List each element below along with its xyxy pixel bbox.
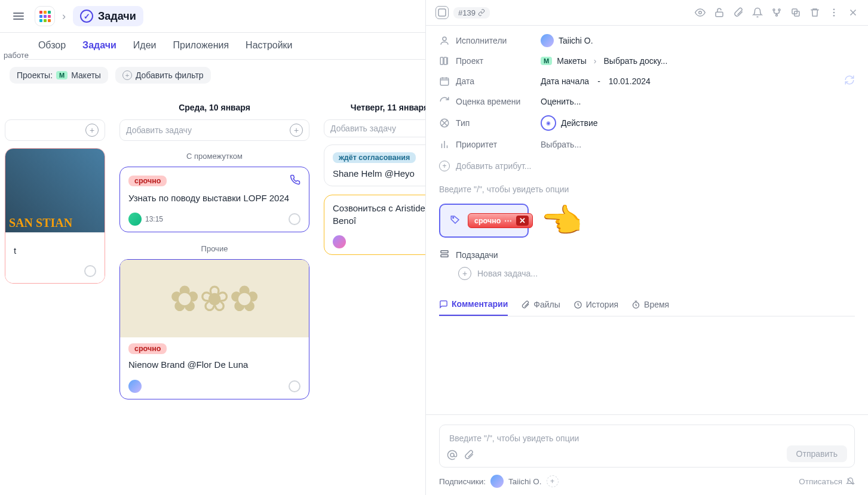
tab-history[interactable]: История (573, 299, 618, 316)
branch-icon[interactable] (771, 7, 782, 18)
tab-ideas[interactable]: Идеи (133, 40, 157, 59)
status-ring-icon[interactable] (289, 380, 300, 392)
comment-placeholder: Введите "/", чтобы увидеть опции (449, 433, 579, 443)
task-card-lopf[interactable]: срочно Узнать по поводу выставки LOPF 20… (119, 167, 309, 232)
avatar (128, 213, 142, 226)
add-subscriber-icon[interactable]: + (547, 475, 559, 487)
tag-more-icon[interactable]: ⋯ (504, 216, 513, 225)
tag-waiting: ждёт согласования (333, 152, 416, 163)
svg-rect-12 (440, 57, 443, 64)
task-id-chip[interactable]: #139 (453, 7, 490, 19)
main-tabs: Обзор Задачи Идеи Приложения Настройки (24, 33, 425, 60)
field-type[interactable]: Тип ◉ Действие (439, 115, 855, 131)
task-card-partial-image[interactable]: t (5, 148, 105, 284)
app-logo[interactable] (35, 6, 55, 26)
panel-footer: Введите "/", чтобы увидеть опции Отправи… (426, 414, 868, 495)
copy-icon[interactable] (790, 7, 801, 18)
tab-comments[interactable]: Комментарии (439, 299, 508, 316)
comment-input[interactable]: Введите "/", чтобы увидеть опции Отправи… (439, 425, 855, 468)
assignee-name: Taiichi O. (559, 36, 593, 45)
add-task-input[interactable]: Добавить задачу (324, 119, 425, 137)
column-header (5, 96, 105, 119)
calendar-icon (439, 76, 450, 87)
svg-rect-0 (438, 9, 446, 16)
field-priority[interactable]: Приоритет Выбрать... (439, 139, 855, 150)
project-icon (439, 56, 450, 66)
call-icon (290, 174, 300, 187)
svg-point-9 (833, 12, 835, 14)
subtasks-icon (439, 248, 450, 261)
new-subtask-input[interactable]: + Новая задача... (439, 267, 855, 280)
checkbox-icon[interactable] (435, 6, 449, 19)
send-button[interactable]: Отправить (787, 445, 847, 462)
tag-editor-block[interactable]: срочно ⋯ ✕ (439, 204, 529, 238)
module-chip[interactable]: ✓ Задачи (73, 6, 143, 26)
avatar (128, 380, 142, 393)
attachment-icon[interactable] (733, 7, 744, 18)
add-task-placeholder: Добавить задачу (126, 125, 192, 135)
field-project[interactable]: Проект М Макеты › Выбрать доску... (439, 56, 855, 66)
svg-rect-2 (716, 12, 723, 17)
tab-settings[interactable]: Настройки (246, 40, 292, 59)
tab-overview[interactable]: Обзор (38, 40, 66, 59)
filter-projects[interactable]: Проекты: М Макеты (10, 67, 108, 84)
add-attribute-label: Добавить атрибут... (456, 161, 532, 171)
svg-rect-18 (441, 255, 448, 257)
column-wednesday: Среда, 10 января Добавить задачу + С про… (119, 96, 309, 481)
task-fields: Исполнители Taiichi O. Проект М Макеты ›… (426, 26, 868, 175)
sync-icon[interactable] (844, 75, 855, 88)
svg-rect-17 (441, 251, 448, 253)
lock-open-icon[interactable] (714, 7, 725, 18)
svg-point-1 (699, 11, 702, 14)
plus-circle-icon: + (85, 124, 99, 137)
tab-label: Комментарии (452, 299, 508, 309)
task-card-aristide[interactable]: Созвониться с Aristide Benoî (324, 195, 425, 255)
more-icon[interactable] (829, 7, 839, 18)
subscribers-label: Подписчики: (439, 477, 486, 486)
attachment-icon[interactable] (464, 450, 474, 462)
avatar (490, 475, 504, 488)
close-icon[interactable] (848, 7, 858, 18)
tab-time[interactable]: Время (631, 299, 669, 316)
board: + t Среда, 10 января Добавить задачу + С… (0, 91, 425, 495)
refresh-icon (439, 96, 450, 107)
avatar (333, 235, 346, 248)
menu-icon[interactable] (10, 9, 27, 23)
add-task-input[interactable]: Добавить задачу + (119, 119, 309, 141)
trash-icon[interactable] (809, 7, 820, 18)
tag-text: срочно (474, 217, 501, 225)
status-ring-icon[interactable] (289, 213, 300, 225)
editor-placeholder[interactable]: Введите "/", чтобы увидеть опции (439, 180, 855, 204)
unsubscribe-button[interactable]: Отписаться (799, 477, 855, 486)
bell-icon[interactable] (752, 7, 763, 18)
section-label: С промежутком (119, 148, 309, 167)
tab-tasks[interactable]: Задачи (82, 40, 116, 59)
tab-apps[interactable]: Приложения (173, 40, 229, 59)
card-title: Nienow Brand @Flor De Luna (128, 359, 300, 371)
tag-pill-urgent[interactable]: срочно ⋯ ✕ (468, 213, 533, 228)
task-card-nienow[interactable]: ✿❀✿ срочно Nienow Brand @Flor De Luna (119, 259, 309, 399)
unsubscribe-label: Отписаться (799, 477, 842, 486)
board-select[interactable]: Выбрать доску... (604, 56, 668, 66)
add-attribute-button[interactable]: + Добавить атрибут... (439, 158, 855, 171)
label: Оценка времени (456, 97, 520, 106)
card-title: Shane Helm @Heyo (333, 168, 425, 180)
column-thursday: Четверг, 11 января Добавить задачу ждёт … (324, 96, 425, 481)
subscribers-row: Подписчики: Taiichi O. + Отписаться (426, 468, 868, 495)
user-icon (439, 35, 450, 46)
status-ring-icon[interactable] (84, 265, 96, 277)
svg-point-5 (776, 14, 778, 16)
mention-icon[interactable] (447, 450, 458, 462)
tab-files[interactable]: Файлы (521, 299, 560, 316)
top-header: › ✓ Задачи (0, 0, 425, 33)
card-time: 13:15 (145, 215, 163, 223)
field-estimate[interactable]: Оценка времени Оценить... (439, 96, 855, 107)
add-task-partial[interactable]: + (5, 119, 105, 141)
field-date[interactable]: Дата Дата начала - 10.01.2024 (439, 75, 855, 88)
field-assignees[interactable]: Исполнители Taiichi O. (439, 34, 855, 47)
add-filter-button[interactable]: + Добавить фильтр (115, 67, 211, 84)
tag-remove-icon[interactable]: ✕ (516, 216, 529, 226)
eye-icon[interactable] (695, 7, 706, 18)
task-card-shane[interactable]: ждёт согласования Shane Helm @Heyo (324, 144, 425, 186)
add-filter-label: Добавить фильтр (136, 70, 204, 80)
